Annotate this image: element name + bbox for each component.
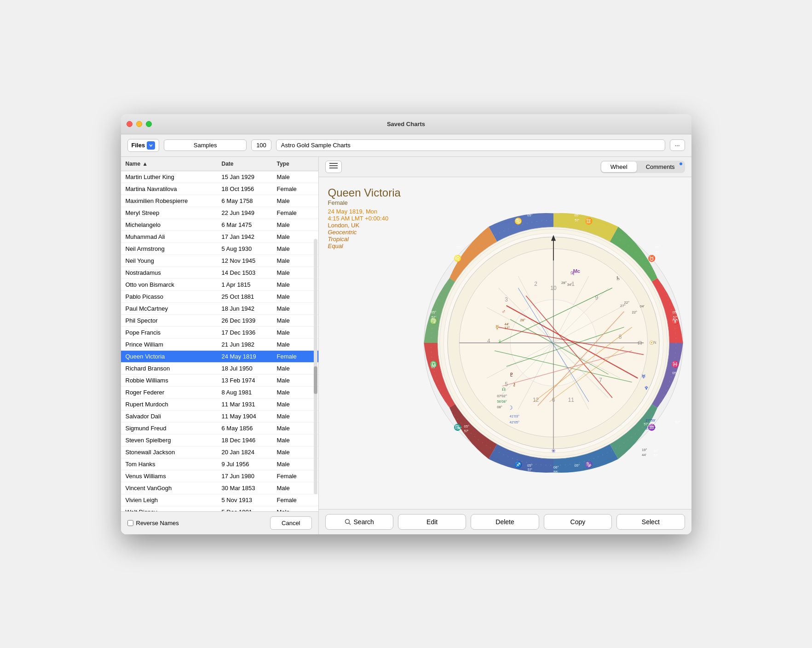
files-badge [147, 141, 155, 150]
person-time: 4:15 AM LMT +0:00:40 [328, 215, 401, 222]
select-button[interactable]: Select [616, 514, 685, 530]
row-date: 6 Mar 1475 [222, 221, 277, 228]
list-row[interactable]: Meryl Streep22 Jun 1949Female [121, 207, 318, 219]
list-row[interactable]: Vincent VanGogh30 Mar 1853Male [121, 482, 318, 494]
svg-point-117 [345, 519, 349, 523]
list-row[interactable]: Pope Francis17 Dec 1936Male [121, 327, 318, 339]
copy-button[interactable]: Copy [544, 514, 612, 530]
list-row[interactable]: Sigmund Freud6 May 1856Male [121, 422, 318, 434]
list-row[interactable]: Steven Spielberg18 Dec 1946Male [121, 434, 318, 446]
list-row[interactable]: Neil Armstrong5 Aug 1930Male [121, 243, 318, 255]
row-type: Female [277, 353, 314, 360]
svg-text:3: 3 [505, 296, 508, 303]
row-name: Muhammad Ali [126, 233, 222, 240]
list-row[interactable]: Pablo Picasso25 Oct 1881Male [121, 291, 318, 303]
tab-wheel[interactable]: Wheel [601, 162, 637, 172]
row-name: Meryl Streep [126, 209, 222, 216]
window-title: Saved Charts [387, 121, 425, 127]
list-row[interactable]: Muhammad Ali17 Jan 1942Male [121, 231, 318, 243]
svg-text:57': 57' [653, 453, 658, 457]
list-row[interactable]: Martin Luther King15 Jan 1929Male [121, 171, 318, 183]
row-date: 11 Mar 1931 [222, 401, 277, 408]
chart-footer: Search Edit Delete Copy Select [319, 509, 691, 534]
list-view-button[interactable] [325, 161, 342, 173]
svg-text:N: N [653, 340, 656, 345]
svg-text:08°: 08° [497, 405, 502, 409]
list-footer: Reverse Names Cancel [121, 511, 318, 534]
minimize-button[interactable] [136, 121, 142, 127]
svg-text:41'03°: 41'03° [509, 414, 519, 418]
svg-text:57': 57' [575, 218, 580, 222]
list-row[interactable]: Stonewall Jackson20 Jan 1824Male [121, 446, 318, 458]
chart-title: Astro Gold Sample Charts [276, 139, 665, 151]
main-content: Name ▲ Date Type Martin Luther King15 Ja… [121, 157, 691, 534]
row-date: 14 Dec 1503 [222, 269, 277, 276]
list-row[interactable]: Queen Victoria24 May 1819Female [121, 351, 318, 363]
list-row[interactable]: Neil Young12 Nov 1945Male [121, 255, 318, 267]
maximize-button[interactable] [146, 121, 152, 127]
svg-text:57': 57' [431, 315, 436, 319]
row-date: 6 May 1758 [222, 197, 277, 204]
row-date: 12 Nov 1945 [222, 257, 277, 264]
edit-button[interactable]: Edit [398, 514, 466, 530]
row-name: Walt Disney [126, 509, 222, 511]
row-type: Male [277, 174, 314, 180]
search-button[interactable]: Search [325, 514, 393, 530]
row-date: 17 Jan 1942 [222, 233, 277, 240]
more-button[interactable]: ··· [670, 139, 685, 151]
row-name: Vincent VanGogh [126, 485, 222, 492]
traffic-lights [127, 121, 152, 127]
row-name: Stonewall Jackson [126, 449, 222, 456]
list-row[interactable]: Salvador Dali11 May 1904Male [121, 411, 318, 422]
list-row[interactable]: Venus Williams17 Jun 1980Female [121, 470, 318, 482]
row-type: Male [277, 461, 314, 468]
list-row[interactable]: Walt Disney5 Dec 1901Male [121, 506, 318, 511]
svg-text:34°: 34° [567, 283, 572, 287]
svg-text:42'05°: 42'05° [509, 420, 519, 424]
svg-text:05°: 05° [464, 424, 469, 428]
list-row[interactable]: Roger Federer8 Aug 1981Male [121, 387, 318, 399]
cancel-button[interactable]: Cancel [270, 516, 311, 530]
list-row[interactable]: Michelangelo6 Mar 1475Male [121, 219, 318, 231]
svg-text:05°: 05° [574, 213, 580, 217]
chart-area: Queen Victoria Female 24 May 1819, Mon 4… [319, 177, 691, 509]
row-date: 13 Feb 1974 [222, 377, 277, 384]
svg-text:05°: 05° [456, 426, 462, 430]
row-date: 21 Jun 1982 [222, 341, 277, 348]
scrollbar-track[interactable] [314, 239, 317, 494]
svg-text:17°: 17° [504, 326, 510, 330]
col-date-header: Date [222, 161, 277, 167]
list-row[interactable]: Martina Navratilova18 Oct 1956Female [121, 183, 318, 195]
delete-button[interactable]: Delete [471, 514, 539, 530]
list-row[interactable]: Maximilien Robespierre6 May 1758Male [121, 195, 318, 207]
row-date: 17 Jun 1980 [222, 473, 277, 480]
svg-text:44': 44' [504, 322, 509, 326]
svg-text:05°: 05° [527, 463, 533, 468]
list-row[interactable]: Rupert Murdoch11 Mar 1931Male [121, 399, 318, 411]
svg-text:04': 04' [639, 304, 645, 308]
svg-text:⚷: ⚷ [513, 382, 516, 387]
row-type: Male [277, 293, 314, 300]
row-date: 25 Oct 1881 [222, 293, 277, 300]
tab-comments[interactable]: Comments [637, 162, 684, 172]
list-row[interactable]: Paul McCartney18 Jun 1942Male [121, 303, 318, 315]
list-row[interactable]: Tom Hanks9 Jul 1956Male [121, 458, 318, 470]
list-row[interactable]: Otto von Bismarck1 Apr 1815Male [121, 279, 318, 291]
row-type: Male [277, 281, 314, 288]
sort-icon: ▲ [142, 161, 148, 167]
list-row[interactable]: Robbie Williams13 Feb 1974Male [121, 375, 318, 387]
chart-info: Queen Victoria Female 24 May 1819, Mon 4… [328, 186, 401, 249]
person-system1: Geocentric [328, 229, 401, 236]
files-button[interactable]: Files [127, 139, 160, 152]
row-date: 24 May 1819 [222, 353, 277, 360]
list-row[interactable]: Nostradamus14 Dec 1503Male [121, 267, 318, 279]
reverse-names-checkbox[interactable] [127, 520, 133, 526]
list-row[interactable]: Richard Branson18 Jul 1950Male [121, 363, 318, 375]
svg-text:57': 57' [675, 420, 680, 424]
scrollbar-thumb[interactable] [314, 366, 317, 394]
close-button[interactable] [127, 121, 132, 127]
list-row[interactable]: Vivien Leigh5 Nov 1913Female [121, 494, 318, 506]
person-gender: Female [328, 199, 401, 206]
list-row[interactable]: Prince William21 Jun 1982Male [121, 339, 318, 351]
list-row[interactable]: Phil Spector26 Dec 1939Male [121, 315, 318, 327]
